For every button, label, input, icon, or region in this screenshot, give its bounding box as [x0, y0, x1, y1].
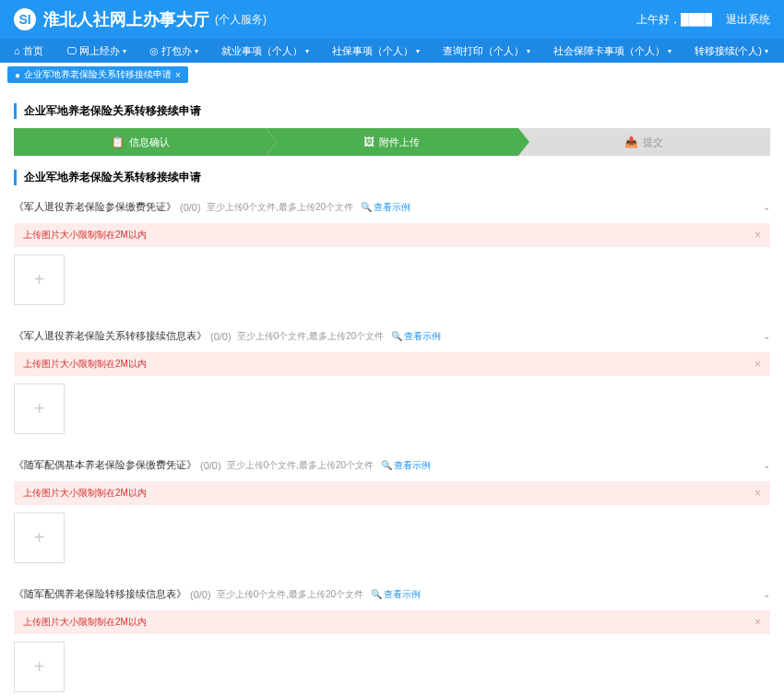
chevron-down-icon: ▾: [527, 47, 530, 55]
chevron-down-icon: ▾: [123, 47, 126, 55]
logo-icon: SI: [14, 8, 36, 30]
view-example-link[interactable]: 🔍查看示例: [391, 330, 441, 343]
chevron-down-icon[interactable]: ⌄: [763, 460, 770, 470]
search-icon: 🔍: [361, 202, 372, 212]
logo-text: 淮北人社网上办事大厅: [43, 8, 209, 30]
chevron-down-icon: ▾: [195, 47, 198, 55]
logout-link[interactable]: 退出系统: [726, 12, 770, 28]
upload-dropzone[interactable]: +: [14, 383, 65, 434]
image-icon: 🖼: [363, 136, 374, 148]
chevron-down-icon: ▾: [416, 47, 420, 55]
upload-hint: 至少上传0个文件,最多上传20个文件: [217, 588, 363, 601]
chevron-down-icon: ▾: [305, 47, 309, 55]
upload-count: (0/0): [200, 460, 221, 471]
search-icon: 🔍: [381, 460, 392, 470]
warning-text: 上传图片大小限制制在2M以内: [23, 358, 147, 371]
warning-text: 上传图片大小限制制在2M以内: [23, 229, 147, 242]
close-icon[interactable]: ×: [754, 487, 761, 500]
warning-text: 上传图片大小限制制在2M以内: [23, 487, 147, 500]
view-example-link[interactable]: 🔍查看示例: [381, 459, 431, 472]
step-submit: 📤提交: [518, 128, 770, 156]
upload-hint: 至少上传0个文件,最多上传20个文件: [227, 459, 374, 472]
nav-packages[interactable]: ◎打包办▾: [149, 44, 198, 58]
upload-title: 《随军配偶养老保险转移接续信息表》: [14, 587, 186, 601]
upload-hint: 至少上传0个文件,最多上传20个文件: [207, 201, 353, 214]
warning-bar: 上传图片大小限制制在2M以内 ×: [14, 223, 770, 247]
breadcrumb-tag[interactable]: ● 企业军地养老保险关系转移接续申请 ×: [7, 66, 188, 83]
close-icon[interactable]: ×: [754, 358, 761, 371]
chevron-down-icon: ▾: [668, 47, 671, 55]
view-example-link[interactable]: 🔍查看示例: [361, 201, 410, 214]
chevron-down-icon[interactable]: ⌄: [763, 202, 770, 212]
home-icon: ⌂: [14, 45, 20, 56]
upload-section: 《随军配偶养老保险转移接续信息表》 (0/0) 至少上传0个文件,最多上传20个…: [14, 582, 770, 692]
greeting-text: 上午好，████: [636, 12, 712, 28]
chevron-down-icon: ▾: [765, 47, 768, 55]
section-title: 企业军地养老保险关系转移接续申请: [14, 170, 770, 185]
upload-count: (0/0): [190, 589, 211, 600]
logo-subtitle: (个人服务): [215, 12, 267, 28]
submit-icon: 📤: [624, 136, 638, 148]
nav-query[interactable]: 查询打印（个人）▾: [443, 44, 530, 58]
upload-count: (0/0): [180, 202, 201, 213]
nav-card[interactable]: 社会保障卡事项（个人）▾: [553, 44, 671, 58]
nav-transfer[interactable]: 转移接续(个人)▾: [695, 44, 768, 58]
view-example-link[interactable]: 🔍查看示例: [371, 588, 421, 601]
upload-section: 《军人退役养老保险参保缴费凭证》 (0/0) 至少上传0个文件,最多上传20个文…: [14, 195, 770, 305]
close-icon[interactable]: ×: [754, 229, 761, 242]
nav-home[interactable]: ⌂首页: [14, 44, 43, 58]
upload-dropzone[interactable]: +: [14, 254, 65, 305]
page-title: 企业军地养老保险关系转移接续申请: [14, 103, 770, 119]
chevron-down-icon[interactable]: ⌄: [763, 589, 770, 599]
chevron-down-icon[interactable]: ⌄: [763, 331, 770, 341]
upload-title: 《军人退役养老保险参保缴费凭证》: [14, 200, 176, 214]
dot-icon: ●: [15, 70, 20, 80]
nav-social[interactable]: 社保事项（个人）▾: [332, 44, 420, 58]
step-indicator: 📋信息确认 🖼附件上传 📤提交: [14, 128, 770, 156]
upload-section: 《随军配偶基本养老保险参保缴费凭证》 (0/0) 至少上传0个文件,最多上传20…: [14, 453, 770, 563]
search-icon: 🔍: [391, 331, 402, 341]
upload-title: 《随军配偶基本养老保险参保缴费凭证》: [14, 458, 196, 472]
breadcrumb-label: 企业军地养老保险关系转移接续申请: [24, 68, 172, 81]
step-confirm: 📋信息确认: [14, 128, 266, 156]
upload-title: 《军人退役养老保险关系转移接续信息表》: [14, 329, 207, 343]
step-upload: 🖼附件上传: [266, 128, 517, 156]
upload-count: (0/0): [210, 331, 232, 342]
form-icon: 📋: [111, 136, 125, 148]
upload-dropzone[interactable]: +: [14, 642, 65, 692]
upload-section: 《军人退役养老保险关系转移接续信息表》 (0/0) 至少上传0个文件,最多上传2…: [14, 324, 770, 434]
close-icon[interactable]: ×: [754, 616, 761, 629]
close-icon[interactable]: ×: [175, 70, 181, 80]
warning-bar: 上传图片大小限制制在2M以内 ×: [14, 610, 770, 634]
warning-text: 上传图片大小限制制在2M以内: [23, 616, 147, 629]
warning-bar: 上传图片大小限制制在2M以内 ×: [14, 352, 770, 376]
nav-online[interactable]: 🖵网上经办▾: [66, 44, 126, 58]
package-icon: ◎: [149, 45, 159, 57]
monitor-icon: 🖵: [66, 45, 77, 56]
upload-hint: 至少上传0个文件,最多上传20个文件: [237, 330, 384, 343]
warning-bar: 上传图片大小限制制在2M以内 ×: [14, 481, 770, 505]
search-icon: 🔍: [371, 589, 382, 599]
upload-dropzone[interactable]: +: [14, 513, 65, 563]
nav-employment[interactable]: 就业事项（个人）▾: [221, 44, 309, 58]
